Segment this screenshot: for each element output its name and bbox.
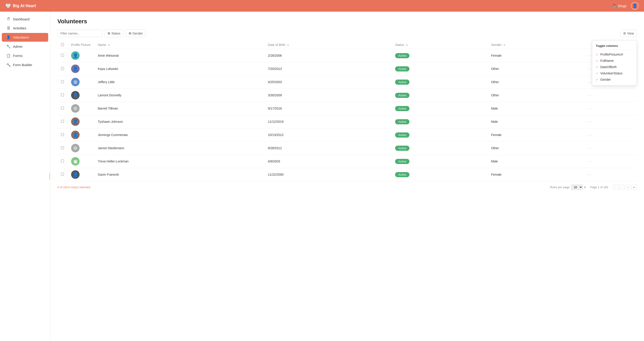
row-actions-menu[interactable]: ···: [587, 106, 592, 111]
avatar: 👤: [71, 51, 80, 60]
blogs-link[interactable]: 📚 Blogs: [612, 4, 626, 8]
row-actions-menu[interactable]: ···: [587, 93, 592, 97]
toggle-col-gender[interactable]: ✓ Gender: [592, 76, 636, 83]
gender-sort-icon: ⇅: [504, 44, 506, 46]
row-actions-menu[interactable]: ···: [587, 159, 592, 164]
row-checkbox-cell[interactable]: [58, 49, 68, 62]
sidebar-item-volunteers[interactable]: 👤 Volunteers: [2, 33, 48, 42]
sidebar-item-dashboard[interactable]: ⏱ Dashboard: [2, 15, 48, 23]
row-checkbox-cell[interactable]: [58, 89, 68, 102]
row-checkbox-4[interactable]: [61, 93, 64, 96]
row-checkbox-8[interactable]: [61, 146, 64, 149]
sidebar-item-activities[interactable]: ☰ Activities: [2, 24, 48, 32]
row-gender: Female: [488, 168, 584, 181]
row-actions-cell[interactable]: ···: [584, 142, 637, 155]
row-actions-menu[interactable]: ···: [587, 53, 592, 58]
row-actions-menu[interactable]: ···: [587, 80, 592, 84]
row-checkbox-9[interactable]: [61, 160, 64, 162]
sidebar-resize-handle[interactable]: [49, 173, 50, 180]
row-gender: Female: [488, 49, 584, 62]
row-actions-menu[interactable]: ···: [587, 133, 592, 137]
user-avatar[interactable]: 👤: [631, 2, 638, 10]
view-button[interactable]: ⚙ View: [620, 30, 637, 37]
sidebar-item-admin[interactable]: 🔧 Admin: [2, 42, 48, 51]
row-checkbox-3[interactable]: [61, 80, 64, 83]
col-header-status[interactable]: Status ⇅: [392, 41, 488, 49]
table-header: Profile Picture Name ⇅ Date of Birth ⇅ S…: [58, 41, 637, 49]
rows-per-page-select[interactable]: 10 25 50: [571, 184, 583, 190]
col-header-name[interactable]: Name ⇅: [94, 41, 264, 49]
next-page-button[interactable]: ›: [625, 185, 630, 190]
row-checkbox-6[interactable]: [61, 120, 64, 123]
row-checkbox-cell[interactable]: [58, 62, 68, 75]
row-dob: 2/28/2006: [264, 49, 392, 62]
row-status: Active: [392, 62, 488, 75]
row-checkbox-cell[interactable]: [58, 115, 68, 128]
sidebar-label-dashboard: Dashboard: [13, 17, 29, 21]
row-gender: Other: [488, 142, 584, 155]
row-checkbox-cell[interactable]: [58, 102, 68, 115]
filter-names-input[interactable]: [58, 30, 102, 37]
volunteers-table: Profile Picture Name ⇅ Date of Birth ⇅ S…: [58, 41, 637, 181]
toggle-col-fullname[interactable]: ✓ FullName: [592, 57, 636, 64]
prev-page-button[interactable]: ‹: [619, 185, 624, 190]
toggle-col-dateofbirth[interactable]: ✓ DateOfBirth: [592, 64, 636, 70]
row-actions-cell[interactable]: ···: [584, 128, 637, 142]
blogs-icon: 📚: [612, 4, 617, 8]
row-name: Gavin Franecki: [94, 168, 264, 181]
first-page-button[interactable]: «: [613, 185, 618, 190]
row-actions-menu[interactable]: ···: [587, 66, 592, 71]
table-row: 👤 Kaya Lubowitz 7/20/2013 Active Other ·…: [58, 62, 637, 75]
row-checkbox-5[interactable]: [61, 107, 64, 110]
sidebar-item-form-builder[interactable]: 🔨 Form Builder: [2, 60, 48, 69]
sidebar-label-activities: Activities: [13, 26, 26, 30]
gender-filter-button[interactable]: ⊕ Gender: [126, 29, 146, 37]
row-checkbox-cell[interactable]: [58, 142, 68, 155]
row-actions-cell[interactable]: ···: [584, 115, 637, 128]
status-filter-button[interactable]: ⊕ Status: [104, 29, 123, 37]
row-dob: 11/22/2000: [264, 168, 392, 181]
row-avatar-cell: ⚙: [68, 102, 94, 115]
avatar: ⚙: [71, 104, 80, 113]
row-checkbox-10[interactable]: [61, 173, 64, 176]
row-status: Active: [392, 128, 488, 142]
check-volunteerstatus-icon: ✓: [596, 71, 598, 75]
row-gender: Male: [488, 155, 584, 168]
sidebar-item-forms[interactable]: 📋 Forms: [2, 51, 48, 60]
toggle-col-profilepictureurl[interactable]: ✓ ProfilePictureUrl: [592, 51, 636, 57]
page-title: Volunteers: [58, 18, 637, 25]
row-actions-cell[interactable]: ···: [584, 89, 637, 102]
row-checkbox-7[interactable]: [61, 133, 64, 136]
last-page-button[interactable]: »: [631, 185, 637, 190]
select-all-checkbox[interactable]: [61, 43, 64, 46]
sidebar-label-form-builder: Form Builder: [13, 63, 32, 67]
chevron-icon: ▾: [584, 186, 586, 189]
col-header-gender[interactable]: Gender ⇅: [488, 41, 584, 49]
row-actions-menu[interactable]: ···: [587, 119, 592, 124]
select-all-header[interactable]: [58, 41, 68, 49]
row-checkbox-cell[interactable]: [58, 128, 68, 142]
row-actions-menu[interactable]: ···: [587, 146, 592, 150]
row-actions-cell[interactable]: ···: [584, 155, 637, 168]
row-actions-menu[interactable]: ···: [587, 172, 592, 177]
row-checkbox-cell[interactable]: [58, 155, 68, 168]
status-badge: Active: [395, 106, 409, 111]
row-actions-cell[interactable]: ···: [584, 102, 637, 115]
gender-filter-label: Gender: [132, 31, 143, 35]
row-gender: Other: [488, 62, 584, 75]
view-label: View: [627, 31, 634, 35]
row-checkbox-2[interactable]: [61, 67, 64, 70]
row-gender: Other: [488, 75, 584, 89]
row-checkbox-cell[interactable]: [58, 75, 68, 89]
row-dob: 10/13/2012: [264, 128, 392, 142]
row-checkbox-cell[interactable]: [58, 168, 68, 181]
toggle-col-volunteerstatus[interactable]: ✓ VolunteerStatus: [592, 70, 636, 76]
form-builder-icon: 🔨: [6, 63, 11, 67]
row-dob: 9/28/2012: [264, 142, 392, 155]
row-actions-cell[interactable]: ···: [584, 168, 637, 181]
row-avatar-cell: 👤: [68, 168, 94, 181]
app-body: ⏱ Dashboard ☰ Activities 👤 Volunteers 🔧 …: [0, 12, 644, 341]
status-badge: Active: [395, 172, 409, 177]
row-checkbox-1[interactable]: [61, 54, 64, 57]
col-header-dob[interactable]: Date of Birth ⇅: [264, 41, 392, 49]
